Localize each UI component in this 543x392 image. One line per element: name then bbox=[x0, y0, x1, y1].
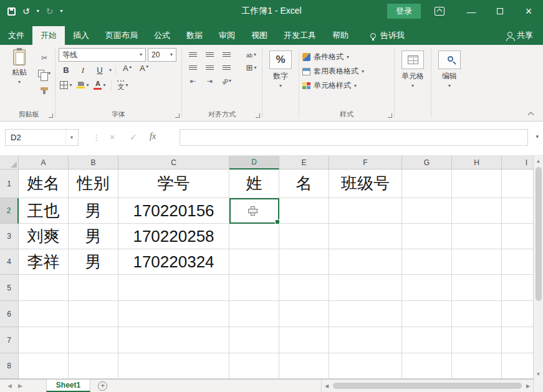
formula-input[interactable] bbox=[180, 129, 528, 146]
format-painter-button[interactable] bbox=[37, 82, 52, 95]
bold-button[interactable]: B bbox=[59, 64, 74, 77]
wrap-text-button[interactable]: ▾ bbox=[244, 48, 259, 61]
cell-A6[interactable] bbox=[19, 301, 69, 327]
cell-E2[interactable] bbox=[279, 198, 329, 224]
tab-insert[interactable]: 插入 bbox=[65, 26, 97, 45]
tab-developer[interactable]: 开发工具 bbox=[276, 26, 324, 45]
borders-button[interactable]: ▾ bbox=[59, 79, 74, 92]
cell-E7[interactable] bbox=[279, 327, 329, 353]
column-header-G[interactable]: G bbox=[402, 156, 452, 170]
caret-icon[interactable]: ▾ bbox=[65, 130, 73, 145]
cell-C3[interactable]: 170220258 bbox=[118, 224, 229, 249]
copy-button[interactable]: ▾ bbox=[37, 67, 52, 80]
cell-C6[interactable] bbox=[118, 301, 229, 327]
cell-G3[interactable] bbox=[402, 224, 452, 249]
phonetic-guide-button[interactable]: 文▾ bbox=[115, 79, 130, 92]
column-header-C[interactable]: C bbox=[118, 156, 229, 170]
cell-E6[interactable] bbox=[279, 301, 329, 327]
middle-align-button[interactable] bbox=[202, 48, 217, 61]
cell-B5[interactable] bbox=[69, 275, 118, 301]
cell-I6[interactable] bbox=[502, 301, 533, 327]
cell-C2[interactable]: 170220156 bbox=[118, 198, 229, 224]
undo-caret-icon[interactable]: ▾ bbox=[37, 9, 39, 14]
cell-C4[interactable]: 170220324 bbox=[118, 249, 229, 275]
cell-I8[interactable] bbox=[502, 353, 533, 379]
sheet-nav-left-icon[interactable]: ◀ bbox=[7, 383, 12, 389]
maximize-button[interactable] bbox=[486, 0, 514, 22]
column-header-E[interactable]: E bbox=[279, 156, 329, 170]
cell-E1[interactable]: 名 bbox=[279, 170, 329, 198]
cell-A8[interactable] bbox=[19, 353, 69, 379]
decrease-font-size-button[interactable]: A bbox=[137, 64, 151, 77]
column-header-D[interactable]: D bbox=[229, 156, 279, 170]
scroll-right-icon[interactable]: ▶ bbox=[523, 383, 533, 389]
vertical-scrollbar[interactable]: ▲ ▼ bbox=[533, 156, 543, 379]
row-header-6[interactable]: 6 bbox=[0, 301, 19, 327]
cell-F2[interactable] bbox=[329, 198, 402, 224]
cell-I3[interactable] bbox=[502, 224, 533, 249]
row-header-8[interactable]: 8 bbox=[0, 353, 19, 379]
cell-E4[interactable] bbox=[279, 249, 329, 275]
cell-F8[interactable] bbox=[329, 353, 402, 379]
scroll-up-icon[interactable]: ▲ bbox=[536, 156, 541, 166]
cell-G7[interactable] bbox=[402, 327, 452, 353]
collapse-ribbon-icon[interactable] bbox=[524, 109, 537, 117]
cell-C7[interactable] bbox=[118, 327, 229, 353]
cell-G8[interactable] bbox=[402, 353, 452, 379]
new-sheet-button[interactable]: + bbox=[98, 381, 107, 391]
cell-I4[interactable] bbox=[502, 249, 533, 275]
ribbon-group-number[interactable]: % 数字 ▾ bbox=[262, 47, 299, 121]
cell-F1[interactable]: 班级号 bbox=[329, 170, 402, 198]
italic-button[interactable]: I bbox=[75, 64, 90, 77]
cell-I7[interactable] bbox=[502, 327, 533, 353]
scroll-down-icon[interactable]: ▼ bbox=[536, 369, 541, 379]
tab-help[interactable]: 帮助 bbox=[324, 26, 357, 45]
horizontal-scrollbar[interactable]: ◀ ▶ bbox=[321, 380, 533, 392]
cell-H8[interactable] bbox=[452, 353, 502, 379]
tab-data[interactable]: 数据 bbox=[178, 26, 211, 45]
save-icon[interactable] bbox=[7, 7, 16, 16]
ribbon-display-options-icon[interactable] bbox=[435, 7, 444, 16]
cell-A4[interactable]: 李祥 bbox=[19, 249, 69, 275]
top-align-button[interactable] bbox=[185, 48, 200, 61]
cell-I1[interactable] bbox=[502, 170, 533, 198]
align-left-button[interactable] bbox=[185, 61, 200, 74]
cell-G6[interactable] bbox=[402, 301, 452, 327]
vertical-scroll-thumb[interactable] bbox=[536, 167, 542, 301]
tab-file[interactable]: 文件 bbox=[0, 26, 32, 45]
orientation-button[interactable]: ▾ bbox=[219, 74, 234, 87]
tab-view[interactable]: 视图 bbox=[243, 26, 276, 45]
cut-button[interactable]: ✂ bbox=[37, 51, 52, 64]
cell-styles-button[interactable]: 单元格样式 ▾ bbox=[302, 79, 391, 93]
ribbon-group-editing[interactable]: 编辑 ▾ bbox=[431, 47, 468, 121]
cell-I2[interactable] bbox=[502, 198, 533, 224]
undo-icon[interactable]: ↺ bbox=[22, 7, 30, 16]
dialog-launcher-icon[interactable] bbox=[175, 113, 180, 118]
ribbon-group-cells[interactable]: 单元格 ▾ bbox=[395, 47, 431, 121]
select-all-corner[interactable] bbox=[0, 156, 19, 170]
font-size-select[interactable]: 20 ▾ bbox=[148, 48, 176, 62]
row-header-7[interactable]: 7 bbox=[0, 327, 19, 353]
cell-E3[interactable] bbox=[279, 224, 329, 249]
cell-B6[interactable] bbox=[69, 301, 118, 327]
expand-formula-bar-icon[interactable]: ▾ bbox=[536, 134, 539, 140]
cell-H3[interactable] bbox=[452, 224, 502, 249]
fill-color-button[interactable]: ▾ bbox=[75, 79, 90, 92]
cell-F6[interactable] bbox=[329, 301, 402, 327]
column-header-A[interactable]: A bbox=[19, 156, 69, 170]
row-header-5[interactable]: 5 bbox=[0, 275, 19, 301]
column-header-F[interactable]: F bbox=[329, 156, 402, 170]
cell-B4[interactable]: 男 bbox=[69, 249, 118, 275]
cell-F3[interactable] bbox=[329, 224, 402, 249]
column-header-I[interactable]: I bbox=[502, 156, 533, 170]
tab-review[interactable]: 审阅 bbox=[211, 26, 243, 45]
row-header-4[interactable]: 4 bbox=[0, 249, 19, 275]
cell-A3[interactable]: 刘爽 bbox=[19, 224, 69, 249]
cell-I5[interactable] bbox=[502, 275, 533, 301]
cell-H5[interactable] bbox=[452, 275, 502, 301]
cell-B1[interactable]: 性别 bbox=[69, 170, 118, 198]
cell-F7[interactable] bbox=[329, 327, 402, 353]
cell-E5[interactable] bbox=[279, 275, 329, 301]
cell-D6[interactable] bbox=[229, 301, 279, 327]
scroll-left-icon[interactable]: ◀ bbox=[322, 383, 332, 389]
